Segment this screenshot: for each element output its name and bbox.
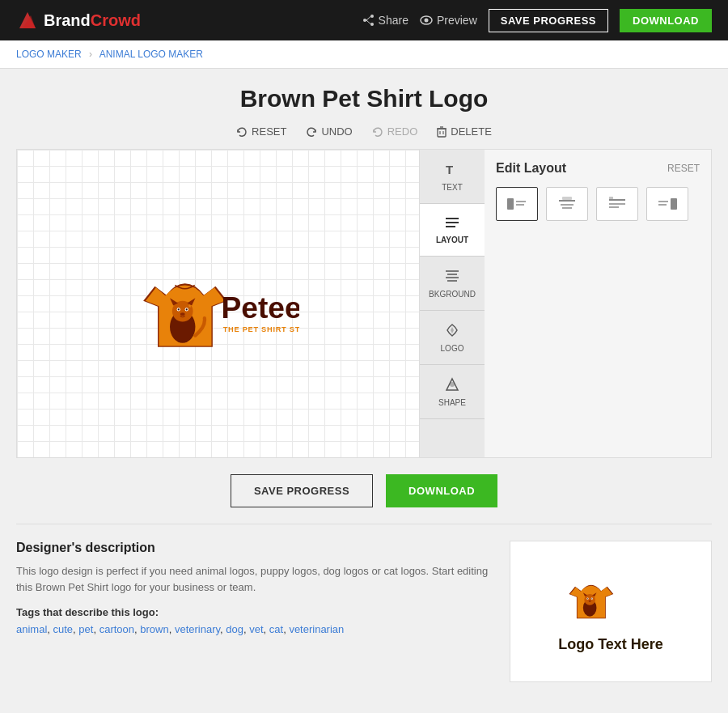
svg-point-8 — [424, 19, 428, 23]
layout-tab-icon — [444, 215, 460, 232]
svg-point-53 — [591, 598, 592, 599]
edit-layout-reset-button[interactable]: RESET — [667, 163, 700, 174]
layout-options — [496, 187, 700, 221]
tag-pet[interactable]: pet — [78, 623, 93, 635]
undo-button[interactable]: UNDO — [306, 125, 352, 138]
redo-button[interactable]: REDO — [372, 125, 418, 138]
tag-cartoon[interactable]: cartoon — [99, 623, 134, 635]
preview-icon — [420, 15, 433, 25]
svg-rect-47 — [671, 198, 677, 210]
layout-option-1-icon — [506, 194, 528, 214]
shape-tab-label: SHAPE — [438, 398, 466, 407]
header-download-button[interactable]: DOWNLOAD — [620, 9, 712, 32]
tag-animal[interactable]: animal — [16, 623, 47, 635]
tab-layout[interactable]: LAYOUT — [420, 204, 485, 257]
header: BrandCrowd Share Preview SAVE PROGRESS D… — [0, 0, 728, 40]
tab-bkground[interactable]: BKGROUND — [420, 257, 485, 311]
breadcrumb: LOGO MAKER › ANIMAL LOGO MAKER — [0, 40, 728, 69]
layout-option-2-icon — [556, 194, 578, 214]
tab-shape[interactable]: SHAPE — [420, 365, 485, 419]
svg-point-51 — [587, 598, 588, 599]
tag-cute[interactable]: cute — [53, 623, 74, 635]
bottom-save-progress-button[interactable]: SAVE PROGRESS — [231, 474, 373, 507]
tags-title: Tags that describe this logo: — [16, 606, 493, 618]
layout-tab-label: LAYOUT — [436, 236, 468, 244]
svg-point-4 — [363, 19, 366, 22]
logo-thumb-text: Logo Text Here — [558, 636, 663, 653]
brand-name: BrandCrowd — [44, 11, 141, 30]
share-icon — [363, 15, 375, 26]
bkground-tab-label: BKGROUND — [429, 290, 476, 299]
shape-tab-icon — [444, 376, 460, 395]
description-text: Designer's description This logo design … — [16, 541, 493, 682]
svg-point-20 — [180, 312, 184, 316]
svg-point-19 — [185, 308, 187, 310]
tags-list: animal, cute, pet, cartoon, brown, veter… — [16, 623, 493, 635]
svg-rect-44 — [609, 197, 613, 199]
text-tab-label: TEXT — [442, 183, 463, 192]
edit-layout-header: Edit Layout RESET — [496, 161, 700, 176]
svg-point-54 — [589, 601, 591, 602]
svg-rect-38 — [562, 197, 572, 200]
tag-dog[interactable]: dog — [226, 623, 243, 635]
svg-line-5 — [366, 17, 370, 21]
preview-link[interactable]: Preview — [420, 14, 477, 27]
share-link[interactable]: Share — [363, 14, 408, 27]
tab-logo[interactable]: LOGO — [420, 311, 485, 365]
undo-icon — [306, 126, 317, 138]
svg-rect-9 — [438, 129, 446, 137]
logo-tab-icon — [444, 322, 460, 341]
delete-icon — [437, 126, 447, 138]
logo-thumbnail: Logo Text Here — [510, 541, 712, 682]
svg-point-2 — [370, 15, 374, 18]
toolbar: RESET UNDO REDO DELETE — [16, 125, 712, 138]
editor-area: ★ Petee THE PET SHIRT STORE — [16, 149, 712, 458]
logo-thumb-svg — [566, 570, 655, 631]
delete-button[interactable]: DELETE — [437, 125, 492, 138]
description-section: Designer's description This logo design … — [16, 524, 712, 698]
canvas-area[interactable]: ★ Petee THE PET SHIRT STORE — [17, 150, 420, 457]
reset-icon — [236, 126, 248, 138]
tag-veterinarian[interactable]: veterinarian — [289, 623, 344, 635]
logo-tab-label: LOGO — [441, 344, 464, 353]
page-title: Brown Pet Shirt Logo — [16, 85, 712, 112]
reset-button[interactable]: RESET — [236, 125, 286, 138]
svg-text:★: ★ — [188, 303, 192, 308]
logo-svg-main: ★ Petee THE PET SHIRT STORE — [138, 252, 299, 356]
breadcrumb-logo-maker[interactable]: LOGO MAKER — [16, 49, 82, 60]
main-content: Brown Pet Shirt Logo RESET UNDO REDO DEL… — [0, 69, 728, 713]
logo-preview: ★ Petee THE PET SHIRT STORE — [113, 227, 324, 380]
sidebar-content: Edit Layout RESET — [485, 150, 711, 457]
description-title: Designer's description — [16, 541, 493, 555]
redo-icon — [372, 126, 383, 138]
tag-brown[interactable]: brown — [140, 623, 168, 635]
layout-option-4-icon — [656, 194, 679, 214]
tag-veterinary[interactable]: veterinary — [175, 623, 220, 635]
layout-option-3-icon — [606, 194, 629, 214]
bottom-download-button[interactable]: DOWNLOAD — [386, 474, 497, 507]
svg-point-17 — [177, 308, 179, 310]
bottom-buttons: SAVE PROGRESS DOWNLOAD — [16, 474, 712, 507]
layout-option-1[interactable] — [496, 187, 538, 221]
header-save-progress-button[interactable]: SAVE PROGRESS — [489, 9, 608, 32]
sidebar-tabs: T TEXT LAYOUT BKGROUND — [420, 150, 485, 457]
svg-text:Petee: Petee — [221, 291, 298, 325]
svg-text:T: T — [446, 163, 453, 176]
bkground-tab-icon — [444, 268, 460, 286]
layout-option-2[interactable] — [546, 187, 588, 221]
svg-text:THE PET SHIRT STORE: THE PET SHIRT STORE — [222, 325, 298, 333]
breadcrumb-separator: › — [89, 49, 92, 60]
svg-rect-34 — [507, 198, 514, 210]
header-actions: Share Preview SAVE PROGRESS DOWNLOAD — [363, 9, 712, 32]
text-tab-icon: T — [444, 161, 460, 180]
tag-vet[interactable]: vet — [249, 623, 263, 635]
breadcrumb-animal-logo-maker[interactable]: ANIMAL LOGO MAKER — [99, 49, 203, 60]
brand-icon — [16, 9, 39, 32]
layout-option-3[interactable] — [596, 187, 638, 221]
tag-cat[interactable]: cat — [269, 623, 283, 635]
edit-layout-title: Edit Layout — [496, 161, 566, 176]
tab-text[interactable]: T TEXT — [420, 150, 485, 204]
brand-logo: BrandCrowd — [16, 9, 141, 32]
svg-line-6 — [366, 20, 370, 24]
layout-option-4[interactable] — [646, 187, 688, 221]
